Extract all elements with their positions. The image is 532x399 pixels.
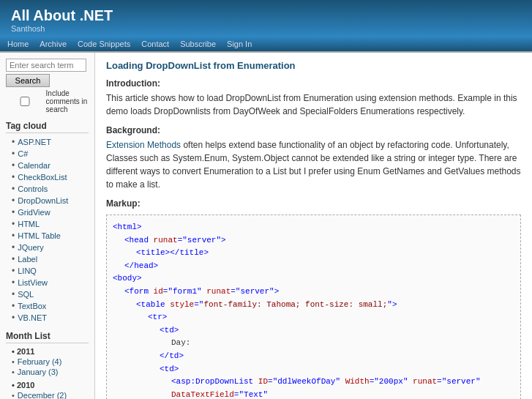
code-block: <html> <head runat="server"> <title></ti… (106, 215, 521, 399)
month-feb-2011[interactable]: February (4) (18, 357, 62, 366)
tag-jquery[interactable]: JQuery (18, 243, 43, 252)
tag-textbox[interactable]: TextBox (18, 302, 46, 310)
list-item: HTML (12, 218, 89, 230)
navbar: Home Archive Code Snippets Contact Subsc… (0, 37, 532, 53)
tag-controls[interactable]: Controls (18, 184, 48, 193)
tag-list: ASP.NET C# Calendar CheckBoxList Control… (6, 136, 89, 324)
list-item: December (2) (12, 390, 89, 399)
list-item: DropDownList (12, 195, 89, 206)
list-item: LINQ (12, 265, 89, 277)
list-item: CheckBoxList (12, 171, 89, 183)
sidebar: Search Include comments in search Tag cl… (0, 53, 95, 399)
tag-calendar[interactable]: Calendar (18, 161, 50, 170)
code-line: <asp:DropDownList ID="ddlWeekOfDay" Widt… (113, 376, 514, 399)
tag-aspnet[interactable]: ASP.NET (18, 138, 51, 146)
list-item: HTML Table (12, 230, 89, 242)
intro-heading: Introduction: (106, 78, 521, 89)
tag-cloud-title: Tag cloud (6, 121, 89, 133)
list-item: C# (12, 148, 89, 160)
list-item: ListView (12, 277, 89, 288)
month-list-title: Month List (6, 331, 89, 343)
code-line: <form id="form1" runat="server"> (113, 286, 514, 299)
markup-heading: Markup: (106, 198, 521, 209)
tag-listview[interactable]: ListView (18, 278, 48, 287)
main-content: Loading DropDownList from Enumeration In… (95, 53, 532, 399)
code-line: <td> (113, 324, 514, 338)
tag-label[interactable]: Label (18, 255, 37, 264)
list-item: Label (12, 253, 89, 265)
include-comments-text: Include comments in search (46, 89, 89, 113)
list-item: JQuery (12, 242, 89, 253)
tag-linq[interactable]: LINQ (18, 266, 37, 275)
code-line: <tr> (113, 311, 514, 324)
list-item: Calendar (12, 160, 89, 171)
list-item: • 2011 (12, 346, 89, 357)
tag-html[interactable]: HTML (18, 220, 40, 228)
search-box: Search Include comments in search (6, 59, 89, 113)
list-item: February (4) (12, 357, 89, 367)
tag-htmltable[interactable]: HTML Table (18, 231, 61, 240)
month-list: • 2011 February (4) January (3) • 2010 D… (6, 346, 89, 399)
background-paragraph: Extension Methods often helps extend bas… (106, 138, 521, 191)
nav-home[interactable]: Home (7, 40, 29, 48)
month-list-section: Month List • 2011 February (4) January (… (6, 331, 89, 399)
nav-subscribe[interactable]: Subscribe (180, 40, 216, 48)
code-line: </td> (113, 350, 514, 363)
extension-methods-link[interactable]: Extension Methods (106, 140, 181, 150)
search-button[interactable]: Search (6, 74, 50, 87)
code-line: <head runat="server"> (113, 234, 514, 247)
tag-vbnet[interactable]: VB.NET (18, 313, 47, 322)
tag-cloud-section: Tag cloud ASP.NET C# Calendar CheckBoxLi… (6, 121, 89, 324)
tag-checkboxlist[interactable]: CheckBoxList (18, 173, 67, 182)
include-comments-label[interactable]: Include comments in search (6, 89, 89, 113)
site-title: All About .NET (11, 7, 521, 24)
site-subtitle: Santhosh (11, 24, 521, 33)
month-dec-2010[interactable]: December (2) (18, 391, 67, 399)
list-item: Controls (12, 183, 89, 195)
background-heading: Background: (106, 125, 521, 135)
tag-csharp[interactable]: C# (18, 149, 28, 158)
list-item: January (3) (12, 367, 89, 377)
list-item: TextBox (12, 300, 89, 312)
tag-sql[interactable]: SQL (18, 290, 34, 299)
nav-archive[interactable]: Archive (40, 40, 67, 48)
include-comments-checkbox[interactable] (6, 97, 44, 106)
intro-text: This article shows how to load DropDownL… (106, 92, 521, 118)
header: All About .NET Santhosh (0, 0, 532, 37)
list-item: SQL (12, 288, 89, 300)
code-line: </head> (113, 260, 514, 273)
article-title: Loading DropDownList from Enumeration (106, 60, 521, 71)
list-item: • 2010 (12, 380, 89, 390)
nav-code-snippets[interactable]: Code Snippets (78, 40, 130, 48)
code-line: <title></title> (113, 247, 514, 260)
tag-gridview[interactable]: GridView (18, 208, 50, 217)
search-input[interactable] (6, 59, 86, 72)
code-line: Day: (113, 337, 514, 350)
code-line: <table style="font-family: Tahoma; font-… (113, 299, 514, 312)
tag-dropdownlist[interactable]: DropDownList (18, 196, 68, 205)
code-line: <html> (113, 221, 514, 234)
code-line: <body> (113, 272, 514, 286)
list-item: ASP.NET (12, 136, 89, 148)
layout: Search Include comments in search Tag cl… (0, 53, 532, 399)
list-item: GridView (12, 206, 89, 218)
nav-signin[interactable]: Sign In (227, 40, 252, 48)
month-jan-2011[interactable]: January (3) (18, 368, 59, 376)
nav-contact[interactable]: Contact (141, 40, 169, 48)
list-item: VB.NET (12, 312, 89, 324)
code-line: <td> (113, 363, 514, 376)
